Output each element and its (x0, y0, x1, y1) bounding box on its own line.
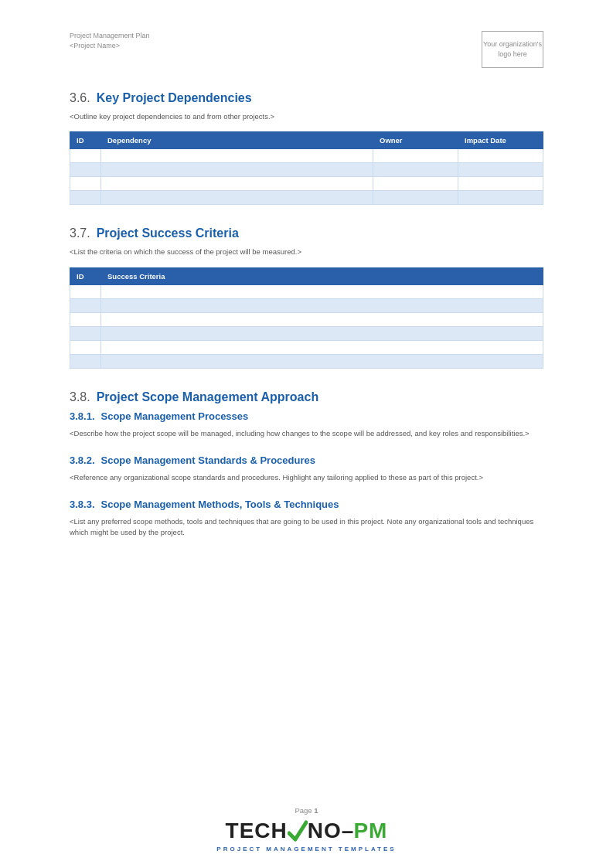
page-number-text: Page 1 (295, 806, 318, 815)
subsection-382-number: 3.8.2. (70, 454, 95, 466)
page-footer: Page 1 TECH NO – PM PROJECT MANAGEMENT T… (0, 806, 613, 853)
brand-logo: TECH NO – PM PROJECT MANAGEMENT TEMPLATE… (216, 818, 396, 853)
subsection-383-description: <List any preferred scope methods, tools… (70, 516, 543, 539)
logo-text: Your organization's logo here (482, 39, 543, 59)
section-38: 3.8. Project Scope Management Approach 3… (70, 390, 543, 539)
section-38-number: 3.8. (70, 390, 90, 404)
subsection-382-description: <Reference any organizational scope stan… (70, 472, 543, 483)
section-36: 3.6. Key Project Dependencies <Outline k… (70, 91, 543, 205)
page-num: 1 (314, 806, 318, 815)
table-row (70, 298, 543, 312)
section-38-heading: 3.8. Project Scope Management Approach (70, 390, 543, 404)
dependencies-table: ID Dependency Owner Impact Date (70, 131, 543, 205)
subsection-381-number: 3.8.1. (70, 410, 95, 422)
subsection-382-title: Scope Management Standards & Procedures (101, 454, 315, 466)
section-37-heading: 3.7. Project Success Criteria (70, 226, 543, 240)
header-line2: <Project Name> (70, 41, 150, 51)
page-label: Page (295, 806, 312, 815)
subsection-383-number: 3.8.3. (70, 499, 95, 510)
section-38-title: Project Scope Management Approach (97, 390, 318, 404)
header-text: Project Management Plan <Project Name> (70, 31, 150, 50)
section-37-description: <List the criteria on which the success … (70, 247, 543, 257)
dep-header-impact-date: Impact Date (458, 132, 543, 149)
table-row (70, 312, 543, 326)
table-row (70, 163, 543, 177)
brand-name: TECH NO – PM (226, 818, 388, 844)
section-37-title: Project Success Criteria (97, 226, 239, 240)
crit-header-id: ID (70, 267, 101, 284)
brand-dash-text: – (342, 819, 354, 843)
section-36-title: Key Project Dependencies (97, 91, 252, 105)
page: Project Management Plan <Project Name> Y… (0, 0, 613, 868)
table-row (70, 149, 543, 163)
header-line1: Project Management Plan (70, 31, 150, 41)
crit-header-criteria: Success Criteria (101, 267, 543, 284)
table-row (70, 191, 543, 205)
subsection-382: 3.8.2. Scope Management Standards & Proc… (70, 454, 543, 483)
table-row (70, 326, 543, 340)
dep-header-id: ID (70, 132, 101, 149)
brand-no-text: NO (308, 819, 342, 843)
brand-pm-text: PM (353, 819, 387, 843)
table-row (70, 340, 543, 354)
logo-box: Your organization's logo here (482, 31, 543, 68)
section-36-number: 3.6. (70, 91, 90, 105)
subsection-381-heading: 3.8.1. Scope Management Processes (70, 410, 543, 422)
dep-header-owner: Owner (373, 132, 458, 149)
table-row (70, 284, 543, 298)
dep-header-dependency: Dependency (101, 132, 373, 149)
section-37: 3.7. Project Success Criteria <List the … (70, 226, 543, 368)
subsection-383-heading: 3.8.3. Scope Management Methods, Tools &… (70, 499, 543, 510)
brand-techno-text: TECH (226, 819, 288, 843)
table-row (70, 177, 543, 191)
subsection-383: 3.8.3. Scope Management Methods, Tools &… (70, 499, 543, 539)
table-row (70, 354, 543, 368)
section-36-description: <Outline key project dependencies to and… (70, 111, 543, 122)
subsection-381-description: <Describe how the project scope will be … (70, 428, 543, 439)
brand-subtitle: PROJECT MANAGEMENT TEMPLATES (216, 846, 396, 853)
subsection-381-title: Scope Management Processes (101, 410, 249, 422)
section-36-heading: 3.6. Key Project Dependencies (70, 91, 543, 105)
section-37-number: 3.7. (70, 226, 90, 240)
page-header: Project Management Plan <Project Name> Y… (70, 31, 543, 68)
subsection-381: 3.8.1. Scope Management Processes <Descr… (70, 410, 543, 439)
checkmark-icon (288, 818, 308, 844)
subsection-382-heading: 3.8.2. Scope Management Standards & Proc… (70, 454, 543, 466)
subsection-383-title: Scope Management Methods, Tools & Techni… (101, 499, 339, 510)
success-criteria-table: ID Success Criteria (70, 267, 543, 369)
